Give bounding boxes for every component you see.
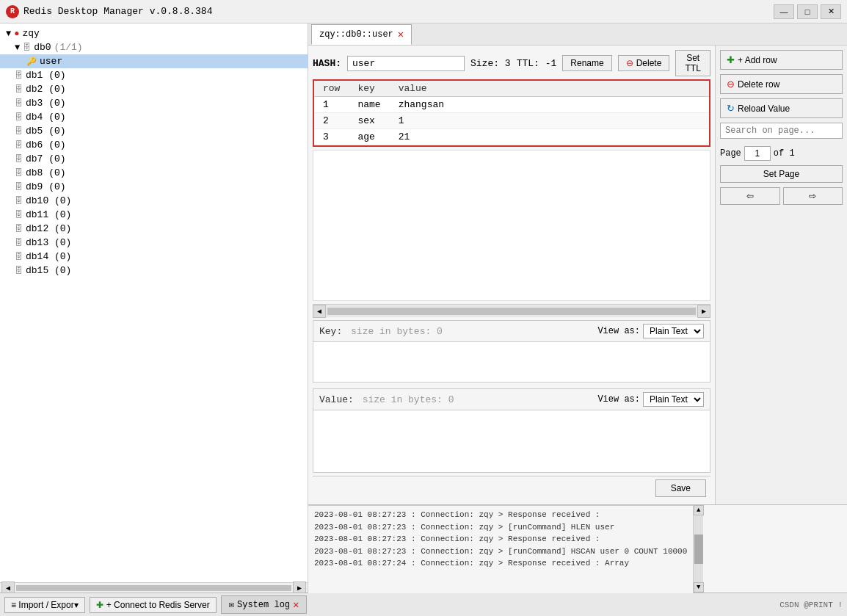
sidebar-item-db8[interactable]: 🗄 db8 (0) bbox=[0, 166, 308, 180]
sidebar-item-db11[interactable]: 🗄 db11 (0) bbox=[0, 208, 308, 222]
db-icon-db15: 🗄 bbox=[15, 266, 23, 275]
db9-label: db9 (0) bbox=[26, 181, 66, 192]
save-button[interactable]: Save bbox=[655, 479, 706, 497]
maximize-button[interactable]: □ bbox=[797, 4, 818, 19]
table-cell-spacer bbox=[453, 97, 709, 113]
delete-row-button[interactable]: ⊖ Delete row bbox=[720, 74, 843, 94]
key-textarea[interactable] bbox=[313, 342, 710, 379]
sidebar-item-user[interactable]: 🔑 user bbox=[0, 54, 308, 68]
minus-circle-icon: ⊖ bbox=[727, 79, 735, 90]
db8-label: db8 (0) bbox=[26, 167, 66, 178]
db-icon-db9: 🗄 bbox=[15, 182, 23, 192]
search-input[interactable] bbox=[720, 123, 843, 139]
prev-page-button[interactable]: ⇦ bbox=[720, 187, 780, 205]
sidebar-item-db6[interactable]: 🗄 db6 (0) bbox=[0, 138, 308, 152]
value-view-as-select[interactable]: Plain Text bbox=[643, 392, 704, 407]
sidebar-item-db14[interactable]: 🗄 db14 (0) bbox=[0, 250, 308, 264]
tab-user[interactable]: zqy::db0::user ✕ bbox=[311, 24, 412, 45]
sidebar-item-db7[interactable]: 🗄 db7 (0) bbox=[0, 152, 308, 166]
sidebar-tree[interactable]: ▼ ● zqy ▼ 🗄 db0 (1/1) 🔑 user 🗄 db1 (0) bbox=[0, 23, 308, 582]
sidebar-item-db4[interactable]: 🗄 db4 (0) bbox=[0, 110, 308, 124]
table-row[interactable]: 1namezhangsan bbox=[314, 97, 709, 113]
titlebar: R Redis Desktop Manager v.0.8.8.384 — □ … bbox=[0, 0, 847, 23]
system-log-tab[interactable]: ✉ System log ✕ bbox=[221, 595, 308, 614]
sidebar-item-root[interactable]: ▼ ● zqy bbox=[0, 26, 308, 40]
set-page-button[interactable]: Set Page bbox=[720, 165, 843, 183]
table-cell-spacer bbox=[453, 129, 709, 145]
tabs-bar: zqy::db0::user ✕ bbox=[308, 23, 847, 46]
table-scrollbar[interactable]: ◀ ▶ bbox=[313, 304, 710, 317]
hash-header: HASH: Size: 3 TTL: -1 Rename ⊖ Delete Se… bbox=[313, 50, 710, 76]
minimize-button[interactable]: — bbox=[774, 4, 794, 19]
add-row-button[interactable]: ✚ + Add row bbox=[720, 50, 843, 70]
sidebar-item-db13[interactable]: 🗄 db13 (0) bbox=[0, 236, 308, 250]
setttl-button[interactable]: Set TTL bbox=[675, 50, 710, 76]
sidebar-item-db9[interactable]: 🗄 db9 (0) bbox=[0, 180, 308, 194]
db-icon-db12: 🗄 bbox=[15, 224, 23, 233]
sidebar-item-db5[interactable]: 🗄 db5 (0) bbox=[0, 124, 308, 138]
log-scroll-down[interactable]: ▼ bbox=[694, 582, 704, 593]
key-header: Key: size in bytes: 0 View as: Plain Tex… bbox=[313, 321, 710, 342]
page-label: Page bbox=[720, 148, 741, 159]
next-page-button[interactable]: ⇨ bbox=[783, 187, 843, 205]
log-scrollbar[interactable]: ▲ ▼ bbox=[693, 505, 703, 593]
log-scroll-up[interactable]: ▲ bbox=[694, 505, 704, 515]
db-icon-db7: 🗄 bbox=[15, 154, 23, 164]
db-icon-db10: 🗄 bbox=[15, 196, 23, 206]
tab-label: zqy::db0::user bbox=[319, 29, 393, 40]
sidebar-item-db10[interactable]: 🗄 db10 (0) bbox=[0, 194, 308, 208]
key-view-as-select[interactable]: Plain Text bbox=[643, 324, 704, 338]
system-log-label: System log bbox=[237, 600, 290, 610]
db10-label: db10 (0) bbox=[26, 195, 71, 206]
table-cell-row: 1 bbox=[314, 97, 349, 113]
table-scroll-track[interactable] bbox=[327, 308, 696, 315]
log-line: 2023-08-01 08:27:24 : Connection: zqy > … bbox=[314, 557, 687, 570]
tab-close-icon[interactable]: ✕ bbox=[398, 28, 404, 40]
close-button[interactable]: ✕ bbox=[821, 4, 841, 19]
sidebar-item-db12[interactable]: 🗄 db12 (0) bbox=[0, 222, 308, 236]
reload-value-button[interactable]: ↻ Reload Value bbox=[720, 98, 843, 118]
connect-server-button[interactable]: ✚ + Connect to Redis Server bbox=[90, 597, 217, 613]
db-icon-db3: 🗄 bbox=[15, 98, 23, 108]
sidebar-item-db3[interactable]: 🗄 db3 (0) bbox=[0, 96, 308, 110]
system-log-close-icon[interactable]: ✕ bbox=[293, 598, 299, 611]
scroll-right-arrow[interactable]: ▶ bbox=[293, 581, 306, 593]
table-scroll-right[interactable]: ▶ bbox=[697, 305, 710, 318]
log-scroll-thumb[interactable] bbox=[694, 535, 703, 564]
table-cell-key: name bbox=[349, 97, 389, 113]
scroll-left-arrow[interactable]: ◀ bbox=[1, 581, 15, 593]
arrow-down-icon-db0: ▼ bbox=[15, 43, 20, 53]
table-cell-row: 2 bbox=[314, 113, 349, 129]
key-icon-user: 🔑 bbox=[26, 57, 37, 66]
sidebar-item-db15[interactable]: 🗄 db15 (0) bbox=[0, 264, 308, 278]
log-line: 2023-08-01 08:27:23 : Connection: zqy > … bbox=[314, 546, 687, 558]
sidebar-item-db2[interactable]: 🗄 db2 (0) bbox=[0, 82, 308, 96]
value-textarea[interactable] bbox=[313, 410, 710, 469]
titlebar-controls[interactable]: — □ ✕ bbox=[774, 4, 841, 19]
reload-icon: ↻ bbox=[727, 103, 735, 114]
data-table-container: row key value 1namezhangsan2sex13age21 bbox=[313, 79, 710, 147]
rename-button[interactable]: Rename bbox=[562, 55, 611, 71]
import-export-button[interactable]: ≡ Import / Expor▾ bbox=[4, 597, 85, 613]
table-row[interactable]: 3age21 bbox=[314, 129, 709, 145]
value-section: Value: size in bytes: 0 View as: Plain T… bbox=[313, 388, 710, 473]
db7-label: db7 (0) bbox=[26, 153, 66, 164]
h-scroll-track[interactable] bbox=[16, 585, 291, 591]
delete-button[interactable]: ⊖ Delete bbox=[618, 55, 670, 71]
nav-buttons: ⇦ ⇨ bbox=[720, 187, 843, 205]
db-icon-db13: 🗄 bbox=[15, 238, 23, 247]
table-cell-key: sex bbox=[349, 113, 389, 129]
sidebar-scrollbar[interactable]: ◀ ▶ bbox=[0, 582, 308, 593]
log-area: 2023-08-01 08:27:23 : Connection: zqy > … bbox=[308, 505, 693, 593]
table-scroll-left[interactable]: ◀ bbox=[313, 305, 326, 318]
db-icon-db2: 🗄 bbox=[15, 84, 23, 94]
sidebar-item-db1[interactable]: 🗄 db1 (0) bbox=[0, 68, 308, 82]
page-input[interactable]: 1 bbox=[744, 146, 771, 161]
table-row[interactable]: 2sex1 bbox=[314, 113, 709, 129]
plus-connect-icon: ✚ bbox=[96, 600, 103, 610]
table-cell-value: 1 bbox=[390, 113, 453, 129]
value-view-as-label: View as: bbox=[597, 394, 640, 405]
db-icon-db14: 🗄 bbox=[15, 252, 23, 261]
hash-input[interactable] bbox=[347, 56, 465, 71]
sidebar-item-db0[interactable]: ▼ 🗄 db0 (1/1) bbox=[0, 40, 308, 54]
